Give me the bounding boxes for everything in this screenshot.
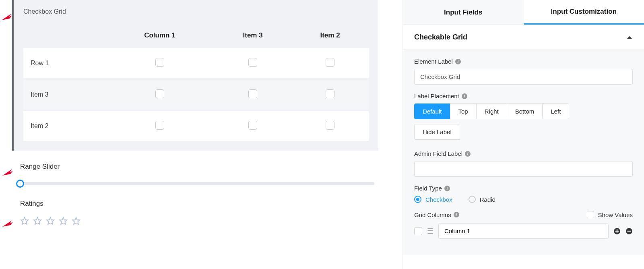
- show-values-toggle[interactable]: Show Values: [587, 211, 633, 218]
- placement-hide-label[interactable]: Hide Label: [414, 124, 460, 140]
- grid-col-header: Column 1: [105, 24, 215, 47]
- grid-checkbox[interactable]: [155, 89, 164, 98]
- info-icon[interactable]: i: [462, 93, 467, 99]
- grid-checkbox[interactable]: [155, 121, 164, 130]
- table-row: Item 2: [23, 111, 369, 141]
- ratings-label: Ratings: [20, 200, 374, 208]
- radio-icon: [414, 196, 421, 203]
- svg-marker-0: [2, 14, 12, 20]
- svg-marker-7: [72, 217, 80, 224]
- grid-checkbox[interactable]: [248, 89, 257, 98]
- svg-marker-4: [34, 217, 41, 224]
- placement-default[interactable]: Default: [414, 103, 450, 119]
- field-type-group: Field Type i Checkbox Radio: [414, 185, 633, 203]
- grid-checkbox[interactable]: [155, 58, 164, 67]
- radio-icon: [469, 196, 476, 203]
- grid-row-label: Item 3: [23, 80, 105, 110]
- star-icon[interactable]: [20, 217, 29, 226]
- annotation-arrow: [2, 219, 14, 228]
- info-icon[interactable]: i: [444, 186, 450, 191]
- svg-marker-1: [2, 169, 13, 176]
- ratings-block: Ratings: [20, 200, 374, 226]
- add-column-icon[interactable]: [613, 228, 621, 235]
- grid-columns-group: Grid Columns i Show Values ☰: [414, 211, 633, 239]
- section-header[interactable]: Checkable Grid: [403, 25, 644, 50]
- table-row: Item 3: [23, 80, 369, 110]
- info-icon[interactable]: i: [465, 151, 471, 157]
- svg-marker-2: [2, 220, 13, 227]
- grid-checkbox[interactable]: [248, 58, 257, 67]
- drag-handle-icon[interactable]: ☰: [427, 227, 433, 236]
- field-label-text: Label Placement: [414, 93, 459, 99]
- field-label-text: Grid Columns: [414, 211, 451, 218]
- annotation-arrow: [2, 168, 14, 176]
- show-values-label: Show Values: [598, 211, 633, 218]
- info-icon[interactable]: i: [454, 212, 459, 217]
- grid-col-header: Item 2: [291, 24, 369, 47]
- field-type-checkbox[interactable]: Checkbox: [414, 196, 452, 203]
- section-title: Checkable Grid: [414, 33, 467, 41]
- range-slider-label: Range Slider: [20, 163, 374, 171]
- star-icon[interactable]: [46, 217, 55, 226]
- element-label-group: Element Label i: [414, 58, 633, 85]
- annotation-arrow: [1, 13, 13, 21]
- grid-column-row: ☰: [414, 223, 633, 239]
- table-row: Row 1: [23, 48, 369, 78]
- placement-right[interactable]: Right: [476, 103, 507, 119]
- column-checkbox[interactable]: [414, 227, 422, 235]
- grid-checkbox[interactable]: [326, 58, 334, 67]
- star-icon[interactable]: [59, 217, 68, 226]
- label-placement-group: Label Placement i Default Top Right Bott…: [414, 93, 633, 142]
- grid-checkbox[interactable]: [326, 121, 334, 130]
- chevron-up-icon: [626, 34, 633, 41]
- svg-marker-6: [60, 217, 67, 224]
- checkbox-grid-block[interactable]: Checkbox Grid Column 1 Item 3 Item 2 Row…: [12, 0, 378, 151]
- tab-input-fields[interactable]: Input Fields: [403, 0, 524, 25]
- section-body: Element Label i Label Placement i Defaul…: [403, 50, 644, 255]
- show-values-checkbox[interactable]: [587, 211, 594, 218]
- range-slider-block: Range Slider: [20, 163, 374, 185]
- range-slider-track[interactable]: [20, 182, 374, 185]
- element-label-input[interactable]: [414, 69, 633, 85]
- field-label-text: Element Label: [414, 58, 453, 65]
- svg-marker-5: [47, 217, 54, 224]
- admin-field-label-input[interactable]: [414, 161, 633, 177]
- checkbox-grid-label: Checkbox Grid: [23, 8, 369, 15]
- ratings-stars: [20, 217, 374, 226]
- grid-checkbox[interactable]: [248, 121, 257, 130]
- svg-rect-12: [627, 230, 631, 231]
- placement-left[interactable]: Left: [542, 103, 569, 119]
- star-icon[interactable]: [72, 217, 80, 226]
- remove-column-icon[interactable]: [625, 228, 633, 235]
- admin-field-label-group: Admin Field Label i: [414, 150, 633, 177]
- placement-bottom[interactable]: Bottom: [507, 103, 543, 119]
- grid-row-label: Row 1: [23, 48, 105, 78]
- svg-rect-10: [615, 230, 619, 231]
- settings-tabs: Input Fields Input Customization: [403, 0, 644, 25]
- tab-input-customization[interactable]: Input Customization: [524, 0, 644, 25]
- grid-checkbox[interactable]: [326, 89, 334, 98]
- range-slider-handle[interactable]: [16, 180, 24, 188]
- grid-col-header: Item 3: [214, 24, 291, 47]
- info-icon[interactable]: i: [455, 59, 461, 64]
- svg-marker-3: [21, 217, 28, 224]
- field-label-text: Field Type: [414, 185, 442, 192]
- star-icon[interactable]: [33, 217, 42, 226]
- grid-row-label: Item 2: [23, 111, 105, 141]
- placement-top[interactable]: Top: [450, 103, 477, 119]
- column-value-input[interactable]: [438, 223, 609, 239]
- field-type-radio[interactable]: Radio: [469, 196, 495, 203]
- checkbox-grid-table: Column 1 Item 3 Item 2 Row 1 Item 3: [23, 23, 369, 143]
- field-label-text: Admin Field Label: [414, 150, 462, 157]
